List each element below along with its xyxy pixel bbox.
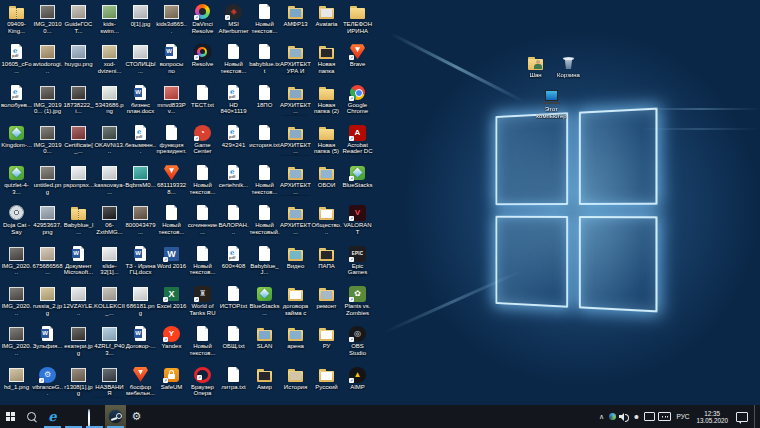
- taskbar-button-settings[interactable]: ⚙: [126, 405, 147, 428]
- desktop-icon[interactable]: 06-ZxthMG...: [94, 203, 125, 243]
- desktop-icon[interactable]: epdfcertehnik...: [218, 163, 249, 203]
- desktop-icon[interactable]: литра.txt: [218, 365, 249, 405]
- desktop-icon[interactable]: 4ZRLf_P403...: [94, 324, 125, 364]
- desktop-icon[interactable]: ↗Resolve: [187, 42, 218, 82]
- desktop-icon[interactable]: X↗Excel 2016: [156, 284, 187, 324]
- desktop-icon[interactable]: АРХИТЕКТ... РОССИИ И...: [280, 83, 311, 123]
- desktop-icon[interactable]: 42953637.png: [32, 203, 63, 243]
- desktop-icon[interactable]: SLAN: [249, 324, 280, 364]
- desktop-icon[interactable]: avtodorogi...: [32, 42, 63, 82]
- action-center-icon[interactable]: [736, 412, 748, 422]
- desktop-icon[interactable]: BqbnsM0...: [125, 163, 156, 203]
- taskbar-button-chrome[interactable]: [84, 405, 105, 428]
- desktop-icon[interactable]: epdf429×241: [218, 123, 249, 163]
- desktop-icon[interactable]: KOLLEKCII_...: [94, 284, 125, 324]
- language-indicator[interactable]: РУС: [674, 413, 691, 420]
- desktop-icon[interactable]: ♜↗World of Tanks RU: [187, 284, 218, 324]
- desktop-icon[interactable]: 800043479...: [125, 203, 156, 243]
- desktop-icon[interactable]: kids-swim...: [94, 2, 125, 42]
- desktop-icon[interactable]: Новая папка: [311, 42, 342, 82]
- desktop-icon[interactable]: Новый текстов...: [249, 2, 280, 42]
- desktop-icon[interactable]: IMG_2020...: [1, 324, 32, 364]
- display-tray-icon[interactable]: [644, 412, 655, 421]
- desktop-icon[interactable]: psponpsx...: [63, 163, 94, 203]
- taskbar-button-search[interactable]: [21, 405, 42, 428]
- desktop-icon[interactable]: ↗Google Chrome: [342, 83, 373, 123]
- taskbar-button-bluestacks[interactable]: [63, 405, 84, 428]
- desktop-icon[interactable]: Kingdom-...: [1, 123, 32, 163]
- desktop-icon[interactable]: WДокумент Microsoft...: [63, 244, 94, 284]
- desktop-icon[interactable]: Видео: [280, 244, 311, 284]
- desktop-icon[interactable]: russia_2.jpg: [32, 284, 63, 324]
- desktop-icon[interactable]: epdfволобуев...: [1, 83, 32, 123]
- desktop-icon[interactable]: IMG_20190... (1).jpg: [32, 83, 63, 123]
- desktop-icon[interactable]: ↗SafeUM: [156, 365, 187, 405]
- desktop-icon[interactable]: EPIC↗Epic Games Launcher: [342, 244, 373, 284]
- desktop-icon[interactable]: арена: [280, 324, 311, 364]
- desktop-icon[interactable]: ✿↗Plants vs. Zombies: [342, 284, 373, 324]
- desktop-icon[interactable]: slide-32[1]...: [94, 244, 125, 284]
- desktop-icon[interactable]: 09409-King...: [1, 2, 32, 42]
- desktop-icon[interactable]: Новый текстов...: [156, 203, 187, 243]
- desktop-icon[interactable]: kids3d665...: [156, 2, 187, 42]
- desktop-icon[interactable]: epdfбезымянн...: [125, 123, 156, 163]
- steam-tray-icon[interactable]: [609, 413, 616, 420]
- desktop-icon[interactable]: 686181.png: [125, 284, 156, 324]
- desktop-icon[interactable]: ⚙↗vibranceG...: [32, 365, 63, 405]
- desktop-icon[interactable]: Амир: [249, 365, 280, 405]
- desktop-icon[interactable]: Новый текстов...: [187, 324, 218, 364]
- keyboard-tray-icon[interactable]: [658, 412, 671, 421]
- desktop-icon[interactable]: ↗BlueStacks: [342, 163, 373, 203]
- desktop-icon[interactable]: A↗Acrobat Reader DC: [342, 123, 373, 163]
- desktop-icon[interactable]: untitled.png: [32, 163, 63, 203]
- taskbar-clock[interactable]: 12:35 13.05.2020: [694, 410, 730, 424]
- desktop-icon[interactable]: r1308[1].jpg: [63, 365, 94, 405]
- desktop-icon[interactable]: WЗульфия...: [32, 324, 63, 364]
- desktop-icon[interactable]: Новый текстов...: [249, 163, 280, 203]
- desktop-icon[interactable]: WДоговор-...: [125, 324, 156, 364]
- desktop-icon[interactable]: босфор мебельн...: [125, 365, 156, 405]
- desktop-icon[interactable]: история.txt: [249, 123, 280, 163]
- taskbar-button-steam[interactable]: [105, 405, 126, 428]
- desktop-icon[interactable]: АРХИТЕКТ... НОВГОРОД: [280, 163, 311, 203]
- desktop-icon[interactable]: IMG_20100...: [32, 2, 63, 42]
- desktop-icon[interactable]: epdf10605_cFo...: [1, 42, 32, 82]
- hidden-icons-chevron-icon[interactable]: ∧: [596, 413, 606, 421]
- desktop-icon[interactable]: IMG_2020...: [1, 284, 32, 324]
- desktop-icon[interactable]: mnvd833Pv...: [156, 83, 187, 123]
- desktop-icon[interactable]: quizlet-4-3...: [1, 163, 32, 203]
- desktop-icon[interactable]: 675686568...: [32, 244, 63, 284]
- desktop-icon[interactable]: BlueStacks...: [249, 284, 280, 324]
- desktop-icon[interactable]: xod-dvizeni...: [94, 42, 125, 82]
- desktop-icon[interactable]: ◎↗OBS Studio: [342, 324, 373, 364]
- desktop-icon[interactable]: huygu.png: [63, 42, 94, 82]
- desktop-icon[interactable]: ↗Brave: [342, 42, 373, 82]
- desktop-icon[interactable]: W↗Word 2016: [156, 244, 187, 284]
- desktop-icon[interactable]: ТЕСТ.txt: [187, 83, 218, 123]
- desktop-icon[interactable]: ↗Браузер Опера: [187, 365, 218, 405]
- desktop-icon[interactable]: IMG_20190...: [32, 123, 63, 163]
- desktop-icon[interactable]: epdf600×408: [218, 244, 249, 284]
- desktop-icon[interactable]: ИСТОР.txt: [218, 284, 249, 324]
- desktop-icon[interactable]: babyblue.txt: [249, 42, 280, 82]
- desktop-icon[interactable]: Шан: [520, 53, 551, 79]
- desktop-icon[interactable]: договора займа с о...: [280, 284, 311, 324]
- desktop-icon[interactable]: Новый текстовый...: [249, 203, 280, 243]
- desktop-icon[interactable]: АМФР13: [280, 2, 311, 42]
- desktop-icon[interactable]: Этот компьютер: [536, 87, 567, 119]
- desktop-icon[interactable]: Y↗Yandex: [156, 324, 187, 364]
- taskbar-button-start[interactable]: [0, 405, 21, 428]
- desktop-icon[interactable]: ◈↗MSI Afterburner: [218, 2, 249, 42]
- desktop-icon[interactable]: 18738222_i...: [63, 83, 94, 123]
- desktop-icon[interactable]: Doja Cat - Say So.mp3: [1, 203, 32, 243]
- desktop-icon[interactable]: РУ: [311, 324, 342, 364]
- volume-icon[interactable]: [619, 413, 628, 421]
- desktop-icon[interactable]: ТЕЛЕФОН ИРИНА: [342, 2, 373, 42]
- desktop-icon[interactable]: Новый текстов...: [187, 244, 218, 284]
- desktop-icon[interactable]: Общество...: [311, 203, 342, 243]
- desktop-icon[interactable]: Wбизнес план.docx: [125, 83, 156, 123]
- desktop-icon[interactable]: ПАПА: [311, 244, 342, 284]
- desktop-icon[interactable]: 12VZAYLE...: [63, 284, 94, 324]
- desktop-icon[interactable]: GuideГОСТ...: [63, 2, 94, 42]
- desktop-icon[interactable]: ВАЛОРАН...: [218, 203, 249, 243]
